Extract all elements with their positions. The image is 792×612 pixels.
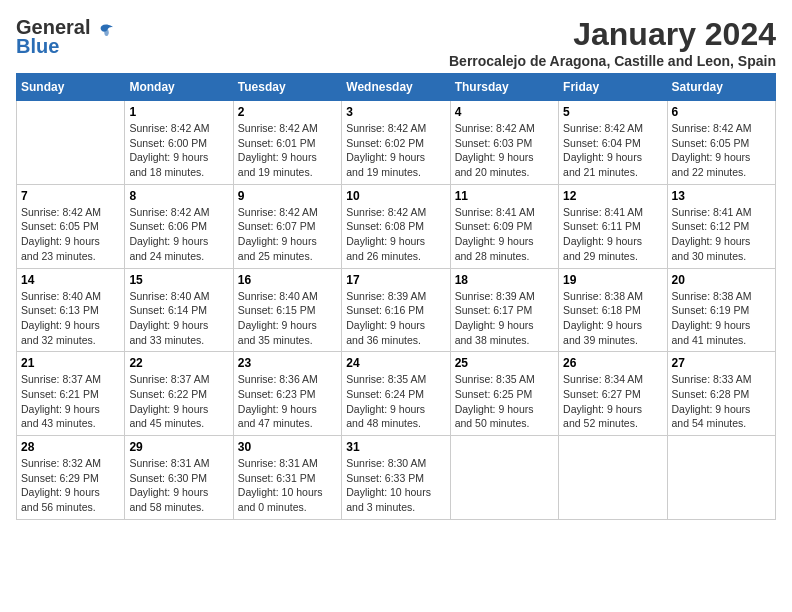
- day-number: 12: [563, 189, 662, 203]
- day-number: 3: [346, 105, 445, 119]
- calendar-cell: 17Sunrise: 8:39 AMSunset: 6:16 PMDayligh…: [342, 268, 450, 352]
- sunrise-line: Sunrise: 8:42 AM: [21, 206, 101, 218]
- sunset-line: Sunset: 6:27 PM: [563, 388, 641, 400]
- logo-bird-icon: [97, 21, 115, 39]
- calendar-cell: [450, 436, 558, 520]
- day-number: 6: [672, 105, 771, 119]
- calendar-cell: [559, 436, 667, 520]
- daylight-line: Daylight: 10 hours: [238, 486, 323, 498]
- sunrise-line: Sunrise: 8:33 AM: [672, 373, 752, 385]
- calendar-cell: 12Sunrise: 8:41 AMSunset: 6:11 PMDayligh…: [559, 184, 667, 268]
- calendar-cell: 21Sunrise: 8:37 AMSunset: 6:21 PMDayligh…: [17, 352, 125, 436]
- daylight-line: and 48 minutes.: [346, 417, 421, 429]
- calendar-cell: 31Sunrise: 8:30 AMSunset: 6:33 PMDayligh…: [342, 436, 450, 520]
- cell-info: Sunrise: 8:42 AMSunset: 6:07 PMDaylight:…: [238, 205, 337, 264]
- sunrise-line: Sunrise: 8:37 AM: [21, 373, 101, 385]
- sunrise-line: Sunrise: 8:42 AM: [346, 122, 426, 134]
- daylight-line: Daylight: 9 hours: [346, 319, 425, 331]
- daylight-line: and 19 minutes.: [346, 166, 421, 178]
- month-title: January 2024: [449, 16, 776, 53]
- sunset-line: Sunset: 6:08 PM: [346, 220, 424, 232]
- calendar-cell: [17, 101, 125, 185]
- daylight-line: and 58 minutes.: [129, 501, 204, 513]
- calendar-cell: 19Sunrise: 8:38 AMSunset: 6:18 PMDayligh…: [559, 268, 667, 352]
- sunset-line: Sunset: 6:18 PM: [563, 304, 641, 316]
- daylight-line: and 36 minutes.: [346, 334, 421, 346]
- daylight-line: and 20 minutes.: [455, 166, 530, 178]
- day-number: 30: [238, 440, 337, 454]
- day-number: 22: [129, 356, 228, 370]
- daylight-line: and 3 minutes.: [346, 501, 415, 513]
- daylight-line: Daylight: 10 hours: [346, 486, 431, 498]
- cell-info: Sunrise: 8:31 AMSunset: 6:31 PMDaylight:…: [238, 456, 337, 515]
- sunrise-line: Sunrise: 8:38 AM: [563, 290, 643, 302]
- title-area: January 2024 Berrocalejo de Aragona, Cas…: [449, 16, 776, 69]
- sunset-line: Sunset: 6:15 PM: [238, 304, 316, 316]
- cell-info: Sunrise: 8:31 AMSunset: 6:30 PMDaylight:…: [129, 456, 228, 515]
- calendar-cell: 7Sunrise: 8:42 AMSunset: 6:05 PMDaylight…: [17, 184, 125, 268]
- cell-info: Sunrise: 8:41 AMSunset: 6:09 PMDaylight:…: [455, 205, 554, 264]
- sunset-line: Sunset: 6:28 PM: [672, 388, 750, 400]
- sunrise-line: Sunrise: 8:37 AM: [129, 373, 209, 385]
- daylight-line: and 22 minutes.: [672, 166, 747, 178]
- cell-info: Sunrise: 8:40 AMSunset: 6:15 PMDaylight:…: [238, 289, 337, 348]
- day-number: 27: [672, 356, 771, 370]
- cell-info: Sunrise: 8:42 AMSunset: 6:03 PMDaylight:…: [455, 121, 554, 180]
- calendar-body: 1Sunrise: 8:42 AMSunset: 6:00 PMDaylight…: [17, 101, 776, 520]
- daylight-line: and 45 minutes.: [129, 417, 204, 429]
- sunrise-line: Sunrise: 8:31 AM: [129, 457, 209, 469]
- day-number: 8: [129, 189, 228, 203]
- cell-info: Sunrise: 8:36 AMSunset: 6:23 PMDaylight:…: [238, 372, 337, 431]
- day-number: 28: [21, 440, 120, 454]
- daylight-line: and 50 minutes.: [455, 417, 530, 429]
- day-number: 31: [346, 440, 445, 454]
- day-number: 21: [21, 356, 120, 370]
- day-number: 17: [346, 273, 445, 287]
- sunset-line: Sunset: 6:03 PM: [455, 137, 533, 149]
- cell-info: Sunrise: 8:42 AMSunset: 6:00 PMDaylight:…: [129, 121, 228, 180]
- day-number: 11: [455, 189, 554, 203]
- calendar-cell: 4Sunrise: 8:42 AMSunset: 6:03 PMDaylight…: [450, 101, 558, 185]
- day-number: 23: [238, 356, 337, 370]
- daylight-line: Daylight: 9 hours: [563, 319, 642, 331]
- daylight-line: and 19 minutes.: [238, 166, 313, 178]
- daylight-line: Daylight: 9 hours: [129, 235, 208, 247]
- location-subtitle: Berrocalejo de Aragona, Castille and Leo…: [449, 53, 776, 69]
- sunrise-line: Sunrise: 8:42 AM: [346, 206, 426, 218]
- day-number: 9: [238, 189, 337, 203]
- day-number: 1: [129, 105, 228, 119]
- daylight-line: and 29 minutes.: [563, 250, 638, 262]
- daylight-line: Daylight: 9 hours: [455, 235, 534, 247]
- daylight-line: and 47 minutes.: [238, 417, 313, 429]
- sunrise-line: Sunrise: 8:39 AM: [346, 290, 426, 302]
- calendar-cell: 29Sunrise: 8:31 AMSunset: 6:30 PMDayligh…: [125, 436, 233, 520]
- calendar-table: SundayMondayTuesdayWednesdayThursdayFrid…: [16, 73, 776, 520]
- sunrise-line: Sunrise: 8:42 AM: [129, 122, 209, 134]
- day-number: 10: [346, 189, 445, 203]
- sunset-line: Sunset: 6:09 PM: [455, 220, 533, 232]
- sunset-line: Sunset: 6:24 PM: [346, 388, 424, 400]
- daylight-line: Daylight: 9 hours: [455, 319, 534, 331]
- cell-info: Sunrise: 8:35 AMSunset: 6:24 PMDaylight:…: [346, 372, 445, 431]
- col-header-monday: Monday: [125, 74, 233, 101]
- day-number: 15: [129, 273, 228, 287]
- day-number: 24: [346, 356, 445, 370]
- calendar-cell: 3Sunrise: 8:42 AMSunset: 6:02 PMDaylight…: [342, 101, 450, 185]
- sunset-line: Sunset: 6:31 PM: [238, 472, 316, 484]
- daylight-line: and 39 minutes.: [563, 334, 638, 346]
- daylight-line: and 0 minutes.: [238, 501, 307, 513]
- sunrise-line: Sunrise: 8:41 AM: [672, 206, 752, 218]
- calendar-cell: 15Sunrise: 8:40 AMSunset: 6:14 PMDayligh…: [125, 268, 233, 352]
- calendar-cell: [667, 436, 775, 520]
- sunset-line: Sunset: 6:12 PM: [672, 220, 750, 232]
- cell-info: Sunrise: 8:40 AMSunset: 6:13 PMDaylight:…: [21, 289, 120, 348]
- sunset-line: Sunset: 6:14 PM: [129, 304, 207, 316]
- daylight-line: and 30 minutes.: [672, 250, 747, 262]
- calendar-week-row: 7Sunrise: 8:42 AMSunset: 6:05 PMDaylight…: [17, 184, 776, 268]
- daylight-line: Daylight: 9 hours: [346, 403, 425, 415]
- daylight-line: Daylight: 9 hours: [129, 403, 208, 415]
- cell-info: Sunrise: 8:40 AMSunset: 6:14 PMDaylight:…: [129, 289, 228, 348]
- cell-info: Sunrise: 8:42 AMSunset: 6:06 PMDaylight:…: [129, 205, 228, 264]
- daylight-line: and 32 minutes.: [21, 334, 96, 346]
- calendar-week-row: 28Sunrise: 8:32 AMSunset: 6:29 PMDayligh…: [17, 436, 776, 520]
